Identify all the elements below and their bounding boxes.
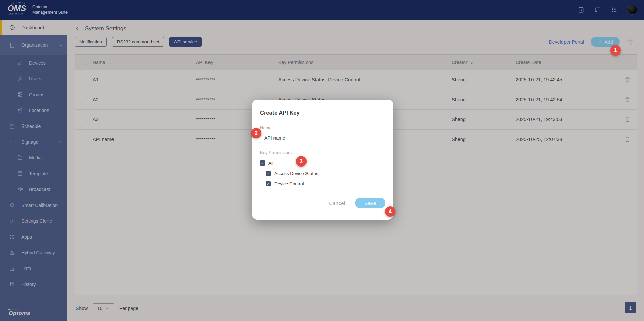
api-name-input[interactable] — [260, 133, 385, 143]
save-button[interactable]: Save — [355, 198, 385, 208]
all-checkbox[interactable] — [260, 160, 265, 166]
checkbox-label: All — [268, 160, 273, 166]
create-api-key-modal: Create API Key Name Key Permissions All … — [252, 100, 393, 220]
cancel-button[interactable]: Cancel — [329, 200, 345, 206]
modal-title: Create API Key — [260, 110, 385, 116]
step-badge-1: 1 — [610, 45, 621, 56]
permission-row-access-device-status: Access Device Status — [266, 171, 385, 176]
device-control-checkbox[interactable] — [266, 181, 271, 186]
permissions-label: Key Permissions — [260, 150, 385, 155]
permission-row-all: All — [260, 160, 385, 166]
access-device-status-checkbox[interactable] — [266, 171, 271, 176]
step-badge-3: 3 — [296, 156, 307, 167]
step-badge-4: 4 — [385, 206, 395, 217]
permission-row-device-control: Device Control — [266, 181, 385, 186]
checkbox-label: Device Control — [274, 181, 304, 186]
checkbox-label: Access Device Status — [274, 171, 318, 176]
step-badge-2: 2 — [251, 128, 261, 138]
name-field-label: Name — [260, 125, 385, 130]
